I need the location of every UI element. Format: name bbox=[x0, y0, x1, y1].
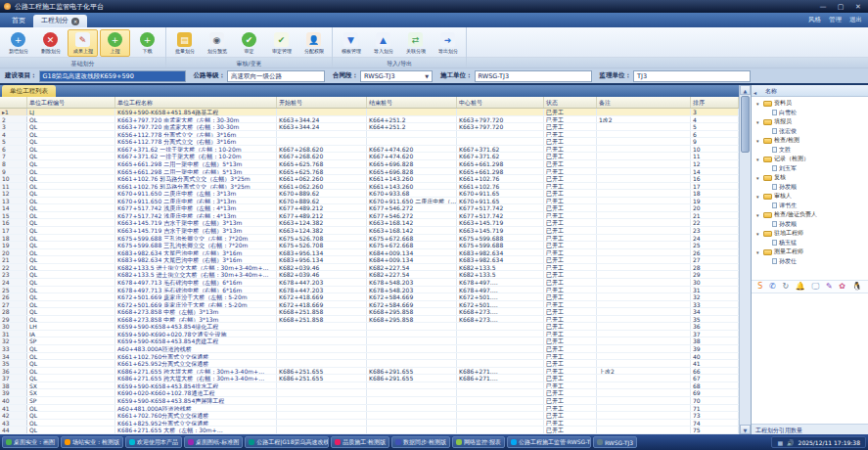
expand-arrow-icon[interactable]: ▾ bbox=[756, 194, 761, 200]
palette-icon[interactable]: ✎ bbox=[826, 281, 833, 292]
refresh-icon[interactable]: ↻ bbox=[782, 281, 789, 292]
table-row[interactable]: 29QLK668+273.858 中桥（右幅）3*13mK668+251.858… bbox=[0, 316, 739, 324]
column-header-8[interactable]: 排序 bbox=[691, 97, 739, 108]
tree-child-孙发仕[interactable]: 孙发仕 bbox=[752, 257, 868, 267]
导出划分-button[interactable]: ➜导出划分 bbox=[433, 29, 463, 57]
tree-child-张宏俊[interactable]: 张宏俊 bbox=[752, 127, 868, 137]
column-header-1[interactable]: 单位工程编号 bbox=[27, 97, 115, 108]
table-row[interactable]: 44QLK686+271.655 大桥（左幅：30m+…已开工75 bbox=[0, 427, 739, 434]
table-row[interactable]: 18QLK675+599.688 三孔沟长卿立交（左幅：7*20mK675+52… bbox=[0, 235, 739, 243]
关联分项-button[interactable]: ⇄关联分项 bbox=[400, 29, 431, 57]
column-header-2[interactable]: 单位工程名称 bbox=[115, 97, 277, 108]
tree-child-谭书生[interactable]: 谭书生 bbox=[752, 202, 868, 211]
taskbar-item[interactable]: 欢迎使用本产品 bbox=[125, 436, 182, 448]
table-row[interactable]: 27QLK672+501.669 庞家庄汾干大桥（右幅：5-20mK672+41… bbox=[0, 301, 739, 309]
context-field-value[interactable]: RWSG-TJ3 bbox=[475, 70, 592, 82]
table-row[interactable]: 28QLK668+273.858 中桥（左幅）3*13mK668+251.858… bbox=[0, 308, 739, 316]
table-row[interactable]: 24QLK678+497.713 毛石碑沟中桥（左幅）6*16mK678+447… bbox=[0, 279, 739, 287]
table-row[interactable]: 7QLK667+371.62 一排干渠大桥（右幅：10-20mK667+268.… bbox=[0, 153, 739, 160]
table-row[interactable]: 11QLK661+102.76 郭马路分离式立交（右幅）3*25mK661+06… bbox=[0, 183, 739, 191]
chevron-down-icon[interactable]: ▼ bbox=[421, 71, 429, 81]
tree-child-孙发顺[interactable]: 孙发顺 bbox=[752, 183, 868, 193]
taskbar-item[interactable]: 场站实业：检测版 bbox=[61, 436, 123, 448]
bell-icon[interactable]: 🔔 bbox=[796, 281, 805, 292]
table-row[interactable]: 14QLK677+517.742 浅庚庄中桥（左幅：4*13mK677+489.… bbox=[0, 204, 739, 212]
taskbar-item[interactable]: 公路工程施工监管·RWSG-TJ3 bbox=[507, 436, 591, 448]
table-row[interactable]: 36QLK686+271.655 跨大堤大桥（左幅：30m+3-40m+…K68… bbox=[0, 368, 739, 376]
tab-home[interactable]: 首页 bbox=[4, 15, 33, 27]
批量划分-button[interactable]: ▤批量划分 bbox=[169, 29, 200, 57]
expand-arrow-icon[interactable]: ▾ bbox=[756, 101, 761, 107]
context-field-value[interactable]: TJ3 bbox=[633, 70, 751, 82]
context-field-value[interactable]: G18荣乌高速改线段K659+590 bbox=[39, 70, 186, 82]
table-row[interactable]: 43QLK661+825.952分离式立交保通桥已开工74 bbox=[0, 420, 739, 428]
table-row[interactable]: 17QLK663+145.719 吉水干渠中桥（右幅）3*13mK663+124… bbox=[0, 227, 739, 235]
monitor-icon[interactable]: 🖵 bbox=[811, 281, 819, 292]
table-row[interactable]: 35QLK661+625.952分离式立交保通桥已开工41 bbox=[0, 360, 739, 368]
column-header-4[interactable]: 结束桩号 bbox=[367, 97, 457, 108]
table-row[interactable]: 4QLK656+112.778 分离式立交（左幅）3*16m已开工6 bbox=[0, 131, 739, 139]
table-row[interactable]: 33QLA60+483.000A匝道跨线桥已开工39 bbox=[0, 345, 739, 353]
maximize-button[interactable]: ▢ bbox=[835, 3, 846, 11]
top-link-管理[interactable]: 管理 bbox=[829, 16, 842, 24]
删除划分-button[interactable]: ✕删除划分 bbox=[35, 29, 66, 57]
vertical-scrollbar[interactable]: ▲ ▼ bbox=[739, 85, 751, 434]
context-field-value[interactable]: 高速双向一级公路 bbox=[227, 70, 325, 82]
taskbar-item[interactable]: 网络监控·报表 bbox=[452, 436, 505, 448]
close-button[interactable]: ✕ bbox=[852, 3, 864, 11]
table-row[interactable]: 12QLK670+911.650 二庚庄中桥（左幅：3*13mK670+889.… bbox=[0, 190, 739, 198]
top-link-退出[interactable]: 退出 bbox=[849, 16, 862, 24]
expand-arrow-icon[interactable]: ▾ bbox=[756, 138, 761, 144]
table-row[interactable]: 10QLK661+102.76 郭马路分离式立交（左幅）3*25mK661+06… bbox=[0, 175, 739, 183]
table-row[interactable]: 21QLK683+982.634 大尾巴沟中桥（右幅）3*16mK683+956… bbox=[0, 256, 739, 264]
table-row[interactable]: 20QLK683+982.634 大尾巴沟中桥（左幅）3*16mK683+956… bbox=[0, 249, 739, 257]
模板管理-button[interactable]: ▼模板管理 bbox=[336, 29, 366, 57]
tree-item-检查/验证负责人[interactable]: ▾检查/验证负责人 bbox=[752, 210, 868, 220]
column-header-6[interactable]: 状态 bbox=[544, 97, 597, 108]
penguin-icon[interactable]: 🐧 bbox=[852, 281, 862, 292]
minimize-button[interactable]: — bbox=[817, 3, 829, 11]
taskbar-item[interactable]: RWSG-TJ3 bbox=[593, 436, 637, 448]
table-row[interactable]: 6QLK667+371.62 一排干渠大桥（左幅：10-20mK667+268.… bbox=[0, 146, 739, 154]
taskbar-item[interactable]: 品质施工·检测版 bbox=[331, 436, 389, 448]
expand-arrow-icon[interactable]: ▾ bbox=[756, 119, 761, 125]
导入划分-button[interactable]: ▲导入划分 bbox=[368, 29, 398, 57]
collapse-panel-icon[interactable]: ◂ bbox=[754, 87, 756, 98]
tree-child-杨玉猛[interactable]: 杨玉猛 bbox=[752, 239, 868, 248]
tree-child-刘玉军[interactable]: 刘玉军 bbox=[752, 164, 868, 174]
table-row[interactable]: 23QLK682+133.5 进士街立交大桥（右幅：30m+3-40m+…K68… bbox=[0, 271, 739, 279]
tree-item-复核[interactable]: ▾复核 bbox=[752, 173, 868, 183]
paw-icon[interactable]: ✿ bbox=[839, 281, 845, 292]
table-row[interactable]: 22QLK682+133.5 进士街立交大桥（左幅：30m+3-40m+…K68… bbox=[0, 264, 739, 272]
taskbar-item[interactable]: 桌面实业：画图 bbox=[2, 436, 59, 448]
成果上报-button[interactable]: ✎成果上报 bbox=[68, 29, 98, 57]
column-header-7[interactable]: 备注 bbox=[597, 97, 691, 108]
tree-item-填报员[interactable]: ▾填报员 bbox=[752, 117, 868, 127]
expand-arrow-icon[interactable]: ▾ bbox=[756, 175, 761, 181]
下载-button[interactable]: +下载 bbox=[132, 29, 162, 57]
table-row[interactable]: 16QLK663+145.719 吉水干渠中桥（左幅）3*13mK663+124… bbox=[0, 219, 739, 227]
table-row[interactable]: 19QLK675+599.688 三孔沟长卿立交（右幅：7*20mK675+52… bbox=[0, 242, 739, 249]
table-row[interactable]: 34QLK661+102.760分离式立交保通桥已开工40 bbox=[0, 353, 739, 361]
tray-icon[interactable]: 🔊 bbox=[787, 439, 795, 446]
column-header-rownum[interactable] bbox=[0, 97, 27, 108]
table-row[interactable]: 32SPK659+590-K658+453.854房建工程已开工38 bbox=[0, 338, 739, 345]
tree-child-白雪松[interactable]: 白雪松 bbox=[752, 109, 868, 118]
scroll-up-arrow-icon[interactable]: ▲ bbox=[740, 85, 751, 95]
table-row[interactable]: 31JAK659+590-K690+020.78交通安全设施已开工37 bbox=[0, 331, 739, 338]
table-row[interactable]: 3QLK663+797.720 南孟家大桥（右幅：30-30mK663+344.… bbox=[0, 123, 739, 131]
tree-child-孙发顺[interactable]: 孙发顺 bbox=[752, 220, 868, 230]
context-field-value[interactable]: RWSG-TJ3▼ bbox=[360, 70, 433, 82]
expand-arrow-icon[interactable]: ▾ bbox=[756, 212, 761, 218]
contact-icon[interactable]: ✆ bbox=[769, 281, 776, 292]
table-row[interactable]: 42QLK661+702.760分离式立交保通桥已开工73 bbox=[0, 412, 739, 420]
审定管理-button[interactable]: ✔审定管理 bbox=[266, 29, 297, 57]
column-header-5[interactable]: 中心桩号 bbox=[457, 97, 544, 108]
tree-item-资料员[interactable]: ▾资料员 bbox=[752, 99, 868, 109]
tree-item-审核人[interactable]: ▾审核人 bbox=[752, 192, 868, 202]
tree-item-检查/检测[interactable]: ▾检查/检测 bbox=[752, 136, 868, 146]
table-row[interactable]: 40SPK659+590-K658+453.854声屏障工程已开工70 bbox=[0, 397, 739, 405]
table-row[interactable]: 9QLK665+661.298 二用一渠中桥（右幅）5*13mK665+625.… bbox=[0, 168, 739, 176]
上报-button[interactable]: +上报 bbox=[100, 29, 130, 57]
table-row[interactable]: 38SXK659+590-K658+453.854排水工程已开工68 bbox=[0, 382, 739, 390]
